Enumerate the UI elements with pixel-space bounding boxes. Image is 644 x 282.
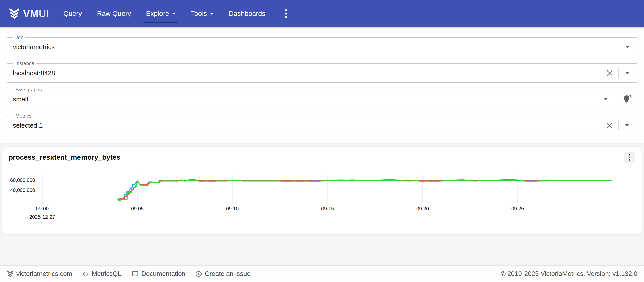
footer: victoriametrics.com MetricsQL Documentat… bbox=[0, 265, 644, 282]
victoriametrics-logo-icon bbox=[7, 270, 14, 278]
nav-item-label: Dashboards bbox=[229, 10, 265, 18]
size-graphs-field-value: small bbox=[13, 95, 600, 103]
svg-text:09:25: 09:25 bbox=[511, 206, 524, 212]
close-icon bbox=[606, 122, 613, 129]
instance-field-value: localhost:8428 bbox=[13, 69, 604, 77]
svg-text:60,000,000: 60,000,000 bbox=[10, 177, 35, 183]
size-graphs-field-row: Size graphs small bbox=[6, 90, 638, 109]
metric-graph-panel: process_resident_memory_bytes 60,000,000… bbox=[2, 147, 642, 234]
navbar: VMUI Query Raw Query Explore Tools Dashb… bbox=[0, 0, 644, 27]
nav-item-label: Explore bbox=[146, 10, 169, 18]
nav-item-tools[interactable]: Tools bbox=[190, 7, 214, 20]
code-icon bbox=[82, 271, 89, 277]
metrics-select[interactable]: Metrics selected 1 bbox=[6, 116, 638, 135]
chevron-down-icon bbox=[603, 98, 608, 100]
panel-title: process_resident_memory_bytes bbox=[9, 153, 624, 161]
size-graphs-dropdown-caret[interactable] bbox=[600, 94, 611, 105]
book-icon bbox=[132, 270, 139, 277]
panel-menu-button[interactable] bbox=[624, 152, 635, 163]
chevron-down-icon bbox=[625, 124, 629, 127]
nav-item-dashboards[interactable]: Dashboards bbox=[228, 7, 266, 20]
svg-text:2025-12-27: 2025-12-27 bbox=[29, 214, 55, 220]
footer-link-label: victoriametrics.com bbox=[16, 270, 72, 278]
instance-field-row: Instance localhost:8428 bbox=[6, 63, 638, 83]
nav-item-explore[interactable]: Explore bbox=[146, 7, 177, 20]
job-dropdown-caret[interactable] bbox=[622, 41, 633, 52]
instance-dropdown-caret[interactable] bbox=[622, 67, 633, 79]
nav-item-raw-query[interactable]: Raw Query bbox=[97, 7, 132, 20]
nav-more-menu-button[interactable] bbox=[280, 8, 292, 20]
size-graphs-field-label: Size graphs bbox=[13, 87, 44, 92]
panel-header: process_resident_memory_bytes bbox=[2, 147, 642, 168]
victoriametrics-logo-icon bbox=[9, 7, 20, 20]
footer-link-label: Create an issue bbox=[205, 270, 251, 278]
svg-text:09:15: 09:15 bbox=[321, 206, 334, 212]
chevron-down-icon bbox=[210, 13, 214, 15]
footer-link-label: Documentation bbox=[141, 270, 185, 278]
tips-lightbulb-icon bbox=[622, 94, 633, 104]
explore-controls: Job victoriametrics Instance localhost:8… bbox=[0, 27, 644, 143]
adornment-divider bbox=[618, 121, 619, 130]
job-field-row: Job victoriametrics bbox=[6, 37, 638, 56]
svg-text:09:00: 09:00 bbox=[36, 206, 49, 212]
app-title: VMUI bbox=[23, 8, 49, 19]
svg-text:09:10: 09:10 bbox=[226, 206, 239, 212]
metrics-clear-button[interactable] bbox=[604, 120, 615, 131]
footer-link-label: MetricsQL bbox=[92, 270, 121, 278]
metrics-field-label: Metrics bbox=[13, 113, 33, 119]
metrics-dropdown-caret[interactable] bbox=[622, 120, 633, 131]
main-nav: Query Raw Query Explore Tools Dashboards bbox=[56, 0, 292, 27]
app-logo[interactable]: VMUI bbox=[9, 7, 49, 20]
svg-text:09:20: 09:20 bbox=[416, 206, 429, 212]
instance-select[interactable]: Instance localhost:8428 bbox=[6, 63, 638, 83]
kebab-vertical-icon bbox=[285, 9, 287, 18]
size-graphs-select[interactable]: Size graphs small bbox=[6, 90, 617, 109]
chevron-down-icon bbox=[172, 13, 176, 15]
svg-text:09:05: 09:05 bbox=[131, 206, 144, 212]
job-select[interactable]: Job victoriametrics bbox=[6, 37, 638, 56]
footer-link-documentation[interactable]: Documentation bbox=[132, 270, 185, 278]
metrics-field-value: selected 1 bbox=[13, 122, 604, 129]
nav-item-query[interactable]: Query bbox=[63, 7, 83, 20]
footer-link-create-issue[interactable]: Create an issue bbox=[195, 270, 251, 278]
footer-links: victoriametrics.com MetricsQL Documentat… bbox=[7, 270, 501, 278]
job-field-label: Job bbox=[13, 34, 25, 40]
issue-icon bbox=[195, 271, 202, 277]
nav-item-label: Raw Query bbox=[97, 10, 131, 18]
chevron-down-icon bbox=[625, 72, 629, 74]
svg-text:40,000,000: 40,000,000 bbox=[10, 187, 35, 193]
nav-item-label: Tools bbox=[191, 10, 207, 18]
footer-link-metricsql[interactable]: MetricsQL bbox=[82, 270, 121, 278]
job-field-value: victoriametrics bbox=[13, 43, 622, 51]
close-icon bbox=[606, 69, 613, 77]
metrics-field-row: Metrics selected 1 bbox=[6, 116, 638, 135]
chart-area: 60,000,00040,000,00009:0009:0509:1009:15… bbox=[2, 168, 642, 234]
instance-clear-button[interactable] bbox=[604, 67, 615, 79]
kebab-vertical-icon bbox=[629, 154, 631, 161]
copyright-text: © 2019-2025 VictoriaMetrics. Version: v1… bbox=[501, 270, 637, 278]
chevron-down-icon bbox=[625, 46, 629, 48]
nav-item-label: Query bbox=[63, 10, 82, 18]
instance-field-label: Instance bbox=[13, 61, 36, 66]
chart-canvas[interactable]: 60,000,00040,000,00009:0009:0509:1009:15… bbox=[2, 169, 642, 229]
footer-link-victoriametrics[interactable]: victoriametrics.com bbox=[7, 270, 72, 278]
tips-button[interactable] bbox=[621, 92, 635, 106]
adornment-divider bbox=[618, 68, 619, 78]
